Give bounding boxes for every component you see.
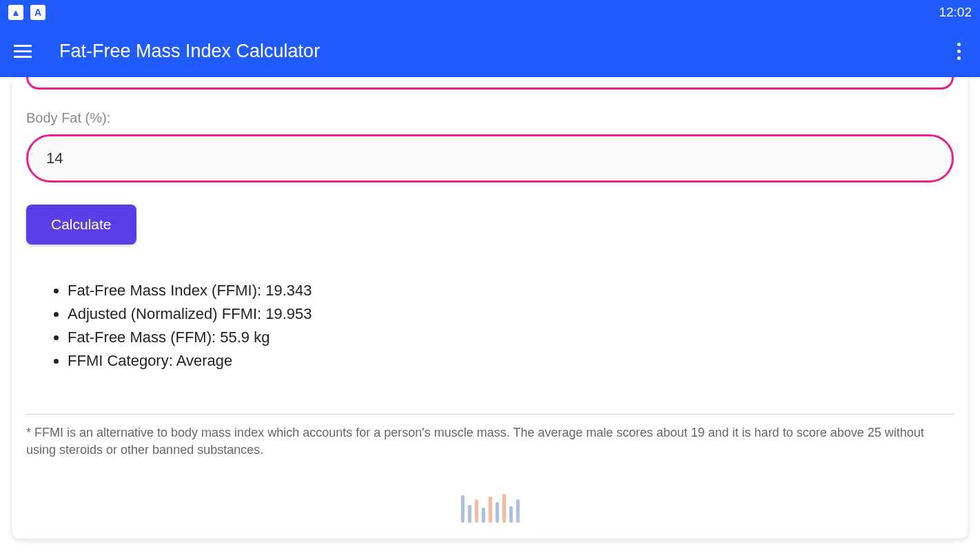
status-time: 12:02 <box>939 5 972 20</box>
calculate-button[interactable]: Calculate <box>26 205 136 245</box>
more-options-icon[interactable] <box>952 37 966 65</box>
app-icon: A <box>30 5 45 20</box>
divider <box>26 414 954 415</box>
footnote-text: * FFMI is an alternative to body mass in… <box>26 424 954 458</box>
status-icons: ▲ A <box>8 5 45 20</box>
previous-input-edge <box>26 77 954 90</box>
result-category: FFMI Category: Average <box>68 349 954 373</box>
status-bar: ▲ A 12:02 <box>0 0 980 25</box>
results-list: Fat-Free Mass Index (FFMI): 19.343 Adjus… <box>26 279 954 373</box>
result-ffmi: Fat-Free Mass Index (FFMI): 19.343 <box>68 279 954 302</box>
app-bar-left: Fat-Free Mass Index Calculator <box>14 41 320 62</box>
image-icon: ▲ <box>8 5 23 20</box>
app-bar: Fat-Free Mass Index Calculator <box>0 25 980 77</box>
body-fat-label: Body Fat (%): <box>26 110 954 126</box>
page-title: Fat-Free Mass Index Calculator <box>59 41 320 62</box>
result-adjusted-ffmi: Adjusted (Normalized) FFMI: 19.953 <box>68 302 954 326</box>
bar-chart-icon <box>26 486 954 523</box>
result-ffm: Fat-Free Mass (FFM): 55.9 kg <box>68 326 954 349</box>
body-fat-input[interactable] <box>26 134 954 183</box>
content-card: Body Fat (%): Calculate Fat-Free Mass In… <box>12 77 968 539</box>
hamburger-menu-icon[interactable] <box>14 45 32 58</box>
